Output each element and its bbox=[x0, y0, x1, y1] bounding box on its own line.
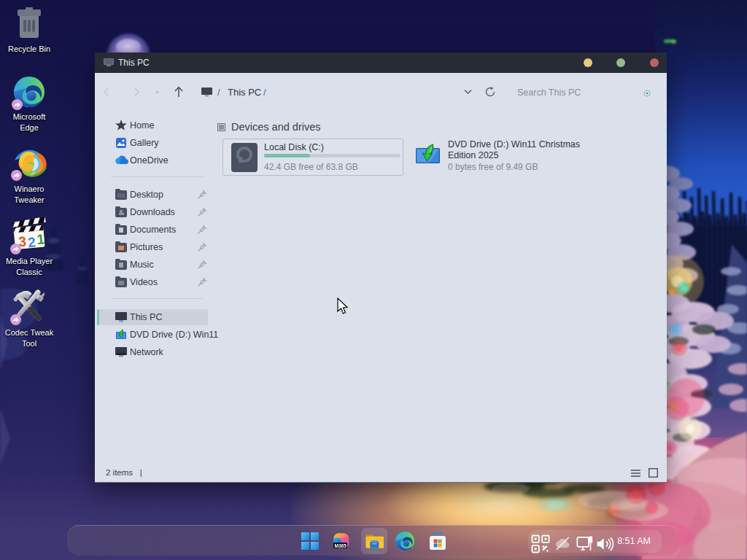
svg-text:2: 2 bbox=[27, 234, 36, 250]
